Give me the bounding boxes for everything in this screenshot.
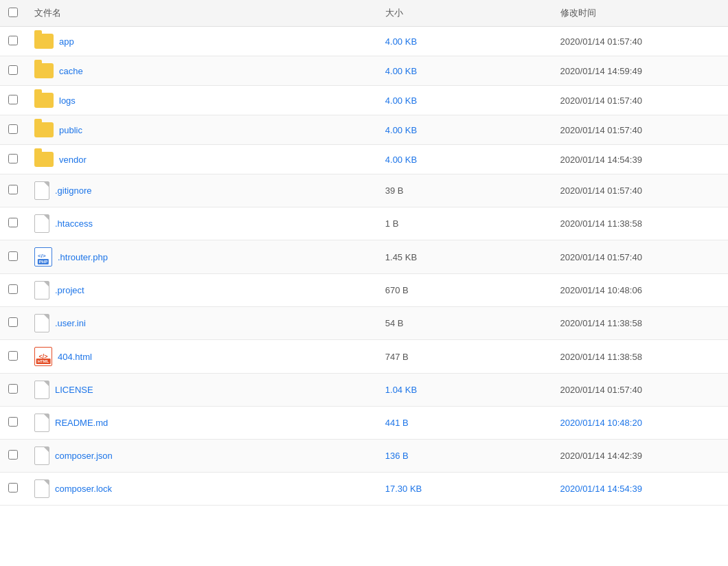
file-name-link[interactable]: cache xyxy=(59,66,83,76)
row-checkbox[interactable] xyxy=(8,483,18,493)
file-list-table: 文件名 大小 修改时间 app4.00 KB2020/01/14 01:57:4… xyxy=(0,0,728,506)
file-icon xyxy=(34,479,49,498)
row-checkbox[interactable] xyxy=(8,124,18,134)
table-row: LICENSE1.04 KB2020/01/14 01:57:40 xyxy=(0,374,728,407)
row-checkbox[interactable] xyxy=(8,65,18,75)
file-size: 54 B xyxy=(377,307,552,340)
header-date: 修改时间 xyxy=(552,0,728,27)
row-size-cell: 136 B xyxy=(377,440,552,473)
row-name-cell: </>PHP.htrouter.php xyxy=(26,240,377,274)
file-name-link[interactable]: .gitignore xyxy=(55,185,91,196)
file-size: 1 B xyxy=(377,207,552,240)
file-date: 2020/01/14 01:57:40 xyxy=(552,86,728,115)
row-checkbox-cell xyxy=(0,407,26,440)
table-row: public4.00 KB2020/01/14 01:57:40 xyxy=(0,115,728,145)
file-name-link[interactable]: .user.ini xyxy=(55,318,86,328)
table-row: .user.ini54 B2020/01/14 11:38:58 xyxy=(0,307,728,340)
file-size: 4.00 KB xyxy=(385,155,417,165)
file-size: 4.00 KB xyxy=(385,36,417,47)
row-size-cell: 4.00 KB xyxy=(377,145,552,174)
file-size: 39 B xyxy=(377,174,552,207)
file-list-body: app4.00 KB2020/01/14 01:57:40cache4.00 K… xyxy=(0,27,728,506)
file-name-link[interactable]: .project xyxy=(55,285,84,295)
row-checkbox[interactable] xyxy=(8,251,18,261)
table-row: README.md441 B2020/01/14 10:48:20 xyxy=(0,407,728,440)
file-date: 2020/01/14 01:57:40 xyxy=(552,174,728,207)
table-row: app4.00 KB2020/01/14 01:57:40 xyxy=(0,27,728,56)
row-date-cell: 2020/01/14 14:54:39 xyxy=(552,473,728,506)
header-filename: 文件名 xyxy=(26,0,377,27)
file-name-link[interactable]: LICENSE xyxy=(55,385,93,395)
svg-text:</>: </> xyxy=(38,253,46,259)
row-checkbox[interactable] xyxy=(8,417,18,427)
file-date: 2020/01/14 10:48:20 xyxy=(560,418,642,428)
file-name-link[interactable]: composer.lock xyxy=(55,484,112,494)
select-all-checkbox[interactable] xyxy=(8,8,18,17)
row-name-cell: logs xyxy=(26,86,377,115)
file-size: 1.04 KB xyxy=(385,385,417,395)
row-name-cell: composer.json xyxy=(26,440,377,473)
table-row: cache4.00 KB2020/01/14 14:59:49 xyxy=(0,56,728,86)
file-name-link[interactable]: logs xyxy=(59,95,76,106)
file-date: 2020/01/14 01:57:40 xyxy=(552,374,728,407)
row-size-cell: 441 B xyxy=(377,407,552,440)
row-name-cell: app xyxy=(26,27,377,56)
file-size: 1.45 KB xyxy=(377,240,552,274)
file-name-link[interactable]: public xyxy=(59,125,82,135)
file-date: 2020/01/14 14:42:39 xyxy=(552,440,728,473)
table-row: </>HTML404.html747 B2020/01/14 11:38:58 xyxy=(0,340,728,374)
html-file-icon: </>HTML xyxy=(34,347,52,366)
row-checkbox[interactable] xyxy=(8,218,18,227)
row-checkbox[interactable] xyxy=(8,36,18,45)
file-size: 670 B xyxy=(377,274,552,307)
file-icon xyxy=(34,214,49,233)
row-checkbox-cell xyxy=(0,174,26,207)
file-date: 2020/01/14 11:38:58 xyxy=(552,340,728,374)
folder-icon xyxy=(34,152,54,167)
file-date: 2020/01/14 01:57:40 xyxy=(552,27,728,56)
row-checkbox[interactable] xyxy=(8,351,18,361)
file-name-link[interactable]: README.md xyxy=(55,418,108,428)
file-size: 441 B xyxy=(385,418,409,428)
file-size: 747 B xyxy=(377,340,552,374)
file-name-link[interactable]: app xyxy=(59,36,74,47)
row-name-cell: README.md xyxy=(26,407,377,440)
file-size: 17.30 KB xyxy=(385,484,422,494)
row-checkbox[interactable] xyxy=(8,185,18,194)
row-checkbox-cell xyxy=(0,27,26,56)
file-date: 2020/01/14 14:59:49 xyxy=(552,56,728,86)
row-checkbox-cell xyxy=(0,274,26,307)
row-checkbox[interactable] xyxy=(8,450,18,460)
table-row: </>PHP.htrouter.php1.45 KB2020/01/14 01:… xyxy=(0,240,728,274)
file-icon xyxy=(34,181,49,200)
row-name-cell: .user.ini xyxy=(26,307,377,340)
row-checkbox[interactable] xyxy=(8,284,18,294)
table-header: 文件名 大小 修改时间 xyxy=(0,0,728,27)
file-name-link[interactable]: .htrouter.php xyxy=(58,252,108,262)
table-row: .htaccess1 B2020/01/14 11:38:58 xyxy=(0,207,728,240)
row-size-cell: 1.04 KB xyxy=(377,374,552,407)
file-name-link[interactable]: 404.html xyxy=(58,352,92,362)
row-name-cell: public xyxy=(26,115,377,145)
file-name-link[interactable]: vendor xyxy=(59,155,87,165)
file-size: 136 B xyxy=(385,451,409,461)
row-name-cell: .project xyxy=(26,274,377,307)
row-checkbox-cell xyxy=(0,240,26,274)
row-checkbox[interactable] xyxy=(8,154,18,163)
row-checkbox[interactable] xyxy=(8,384,18,394)
file-name-link[interactable]: composer.json xyxy=(55,451,113,461)
file-date: 2020/01/14 01:57:40 xyxy=(552,240,728,274)
row-checkbox[interactable] xyxy=(8,95,18,104)
row-checkbox-cell xyxy=(0,473,26,506)
row-checkbox[interactable] xyxy=(8,317,18,327)
file-size: 4.00 KB xyxy=(385,66,417,76)
file-size: 4.00 KB xyxy=(385,95,417,106)
row-name-cell: .gitignore xyxy=(26,174,377,207)
file-icon xyxy=(34,314,49,332)
row-checkbox-cell xyxy=(0,374,26,407)
file-name-link[interactable]: .htaccess xyxy=(55,218,93,229)
folder-icon xyxy=(34,93,54,108)
table-row: vendor4.00 KB2020/01/14 14:54:39 xyxy=(0,145,728,174)
row-checkbox-cell xyxy=(0,145,26,174)
file-date: 2020/01/14 14:54:39 xyxy=(560,484,642,494)
